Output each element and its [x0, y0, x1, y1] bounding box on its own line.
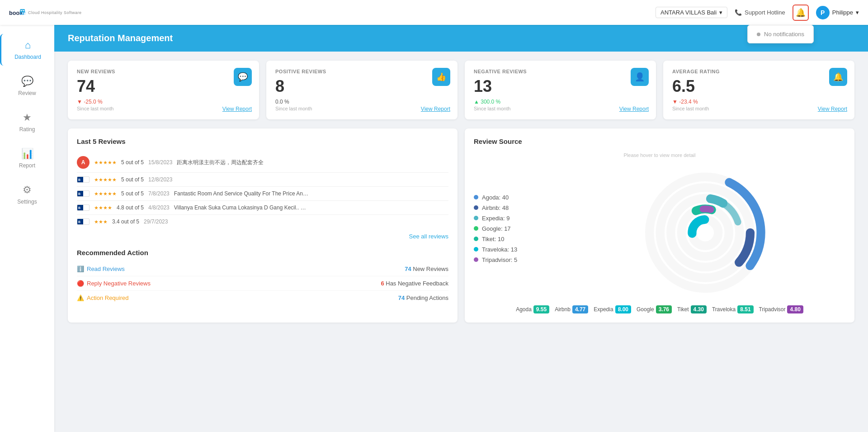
action-required-link[interactable]: ⚠️ Action Required: [77, 294, 129, 301]
stat-label: NEW REVIEWS: [77, 69, 250, 74]
stat-card-new-reviews: NEW REVIEWS 74 ▼ -25.0 % Since last mont…: [68, 61, 259, 119]
stat-change: ▲ 300.0 %: [474, 99, 647, 105]
legend-dot: [474, 226, 478, 231]
message-icon: 💬: [238, 72, 248, 82]
stats-row: NEW REVIEWS 74 ▼ -25.0 % Since last mont…: [54, 52, 868, 128]
view-report-link[interactable]: View Report: [421, 106, 450, 112]
info-icon: ℹ️: [77, 266, 84, 272]
review-score: 5 out of 5: [121, 176, 144, 183]
score-badge-agoda: Agoda 9.55: [516, 305, 549, 313]
review-item: A ★★★★★ 5 out of 5 15/8/2023 距离水明漾主街不远，周…: [77, 152, 448, 173]
sidebar-item-dashboard[interactable]: ⌂ Dashboard: [0, 34, 54, 66]
main-layout: ⌂ Dashboard 💬 Review ★ Rating 📊 Report ⚙…: [0, 25, 868, 432]
phone-icon: 📞: [735, 9, 742, 16]
stat-label: NEGATIVE REVIEWS: [474, 69, 647, 74]
stat-change: 0.0 %: [275, 99, 448, 105]
review-source-chart: [600, 162, 772, 298]
score-source: Airbnb: [555, 306, 571, 313]
score-source: Tripadvisor: [759, 306, 786, 313]
stat-value: 6.5: [672, 77, 845, 96]
sidebar: ⌂ Dashboard 💬 Review ★ Rating 📊 Report ⚙…: [0, 25, 54, 432]
score-value: 8.51: [737, 305, 753, 313]
rec-label: Read Reviews: [87, 266, 125, 272]
star-icon: ★: [23, 112, 32, 123]
stat-card-negative-reviews: NEGATIVE REVIEWS 13 ▲ 300.0 % Since last…: [465, 61, 656, 119]
score-row: Agoda 9.55 Airbnb 4.77 Expedia 8.00 Goog…: [474, 305, 845, 313]
legend-label: Expedia: 9: [482, 215, 509, 222]
see-all-reviews-link[interactable]: See all reviews: [77, 233, 448, 240]
stat-label: POSITIVE REVIEWS: [275, 69, 448, 74]
rec-count: 74 New Reviews: [405, 266, 448, 272]
left-panel: Last 5 Reviews A ★★★★★ 5 out of 5 15/8/2…: [68, 128, 458, 323]
legend-dot: [474, 257, 478, 262]
chevron-down-icon: ▾: [856, 9, 859, 16]
score-badge-tiket: Tiket 4.30: [677, 305, 707, 313]
view-report-link[interactable]: View Report: [818, 106, 847, 112]
rec-item-action: ⚠️ Action Required 74 Pending Actions: [77, 291, 448, 305]
property-name: ANTARA VILLAS Bali: [660, 9, 717, 16]
view-report-link[interactable]: View Report: [619, 106, 649, 112]
legend-label: Tiket: 10: [482, 236, 504, 242]
stat-card-positive-reviews: POSITIVE REVIEWS 8 0.0 % Since last mont…: [266, 61, 458, 119]
score-source: Traveloka: [712, 306, 736, 313]
chart-area: Agoda: 40 Airbnb: 48 Expedia: 9 Goo: [474, 162, 845, 298]
read-reviews-link[interactable]: ℹ️ Read Reviews: [77, 266, 125, 272]
score-value: 4.30: [691, 305, 707, 313]
card-icon: 💬: [234, 68, 252, 86]
legend-label: Agoda: 40: [482, 194, 509, 201]
score-source: Agoda: [516, 306, 532, 313]
logo-icon: book link: [9, 6, 25, 19]
stat-value: 74: [77, 77, 250, 96]
review-date: 29/7/2023: [144, 218, 168, 225]
stat-value: 8: [275, 77, 448, 96]
stat-value: 13: [474, 77, 647, 96]
stat-change: ▼ -23.4 %: [672, 99, 845, 105]
user-menu[interactable]: P Philippe ▾: [816, 6, 859, 19]
score-badge-expedia: Expedia 8.00: [594, 305, 631, 313]
legend-dot: [474, 195, 478, 199]
score-badge-google: Google 3.76: [637, 305, 672, 313]
reply-negative-link[interactable]: 🔴 Reply Negative Reviews: [77, 280, 151, 287]
score-value: 9.55: [533, 305, 549, 313]
right-panel: Review Source Please hover to view more …: [465, 128, 854, 323]
rec-item-read: ℹ️ Read Reviews 74 New Reviews: [77, 262, 448, 276]
rec-count: 74 Pending Actions: [398, 294, 448, 301]
support-hotline-button[interactable]: 📞 Support Hotline: [735, 9, 785, 16]
notification-bell-button[interactable]: 🔔: [793, 5, 809, 21]
review-avatar: A: [77, 156, 90, 169]
review-stars: ★★★★★: [94, 160, 117, 166]
user-icon: 👤: [635, 72, 645, 82]
gear-icon: ⚙: [23, 184, 32, 196]
reviews-section-title: Last 5 Reviews: [77, 138, 448, 145]
sidebar-item-report[interactable]: 📊 Report: [0, 142, 54, 174]
legend-item: Tiket: 10: [474, 236, 517, 242]
sidebar-item-rating[interactable]: ★ Rating: [0, 106, 54, 138]
property-selector[interactable]: ANTARA VILLAS Bali ▾: [656, 7, 727, 18]
sidebar-item-review[interactable]: 💬 Review: [0, 70, 54, 102]
warning-icon: ⚠️: [77, 294, 84, 301]
legend-label: Tripadvisor: 5: [482, 256, 517, 263]
bell-icon: 🔔: [796, 8, 806, 18]
review-date: 15/8/2023: [148, 159, 172, 166]
top-nav: book link Cloud Hospitality Software ANT…: [0, 0, 868, 25]
nav-right: ANTARA VILLAS Bali ▾ 📞 Support Hotline 🔔…: [656, 5, 859, 21]
card-icon: 👤: [631, 68, 649, 86]
legend-item: Tripadvisor: 5: [474, 256, 517, 263]
score-source: Google: [637, 306, 654, 313]
rec-count: 6 Has Negative Feedback: [381, 280, 448, 287]
review-score: 5 out of 5: [121, 159, 144, 166]
booking-logo: B: [77, 190, 90, 197]
sidebar-item-label: Rating: [19, 126, 35, 133]
arrow-down-icon: ▼: [77, 99, 82, 105]
chat-icon: 💬: [21, 76, 33, 87]
legend-dot: [474, 247, 478, 252]
view-report-link[interactable]: View Report: [222, 106, 252, 112]
score-badge-airbnb: Airbnb 4.77: [555, 305, 588, 313]
notif-dot: [757, 33, 760, 36]
review-item: B ★★★★★ 5 out of 5 12/8/2023: [77, 173, 448, 187]
stat-change: ▼ -25.0 %: [77, 99, 250, 105]
sidebar-item-settings[interactable]: ⚙ Settings: [0, 179, 54, 210]
sidebar-item-label: Review: [18, 90, 36, 96]
review-source-title: Review Source: [474, 138, 845, 145]
legend-item: Expedia: 9: [474, 215, 517, 222]
